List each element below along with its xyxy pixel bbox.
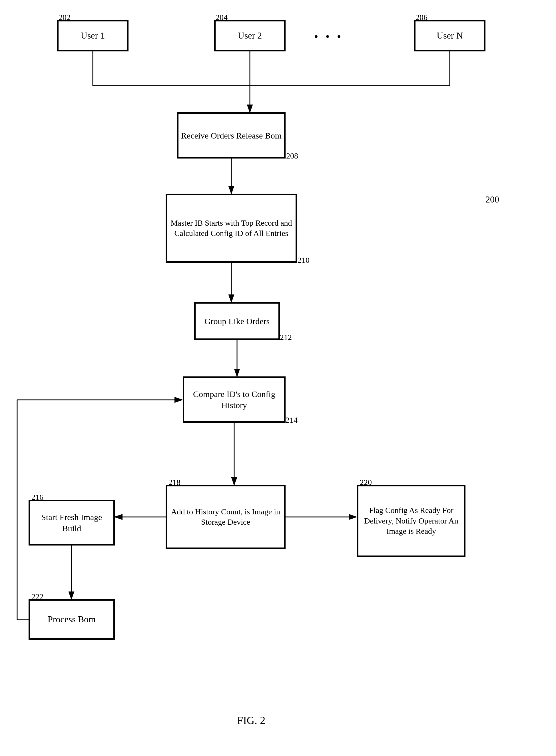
master-ib-label: Master IB Starts with Top Record and Cal… [169,218,293,239]
start-fresh-label: Start Fresh Image Build [32,512,111,534]
add-to-history-ref: 218 [169,478,180,487]
diagram-ref: 200 [485,194,499,205]
add-to-history-label: Add to History Count, is Image in Storag… [169,507,282,527]
user1-box: User 1 [57,20,129,51]
group-like-label: Group Like Orders [205,316,270,327]
receive-orders-ref: 208 [286,151,298,161]
process-bom-ref: 222 [31,592,43,601]
start-fresh-box: Start Fresh Image Build [29,500,115,546]
compare-ids-box: Compare ID's to Config History [183,376,285,423]
group-like-box: Group Like Orders [194,302,280,340]
master-ib-box: Master IB Starts with Top Record and Cal… [166,194,297,263]
process-bom-label: Process Bom [48,614,96,625]
start-fresh-ref: 216 [31,493,43,502]
flag-config-ref: 220 [360,478,372,487]
add-to-history-box: Add to History Count, is Image in Storag… [166,485,285,549]
receive-orders-box: Receive Orders Release Bom [177,112,285,159]
user1-label: User 1 [81,30,105,42]
compare-ids-ref: 214 [285,416,298,425]
user1-ref: 202 [59,13,71,22]
ellipsis: • • • [314,30,343,43]
group-like-ref: 212 [280,333,292,342]
master-ib-ref: 210 [298,255,310,265]
userN-ref: 206 [416,13,427,22]
flag-config-label: Flag Config As Ready For Delivery, Notif… [361,505,462,536]
userN-box: User N [414,20,485,51]
user2-ref: 204 [216,13,228,22]
compare-ids-label: Compare ID's to Config History [186,388,282,411]
userN-label: User N [437,30,463,42]
flag-config-box: Flag Config As Ready For Delivery, Notif… [357,485,465,557]
figure-label: FIG. 2 [237,714,265,727]
receive-orders-label: Receive Orders Release Bom [181,130,282,141]
user2-box: User 2 [214,20,285,51]
process-bom-box: Process Bom [29,599,115,640]
user2-label: User 2 [238,30,262,42]
